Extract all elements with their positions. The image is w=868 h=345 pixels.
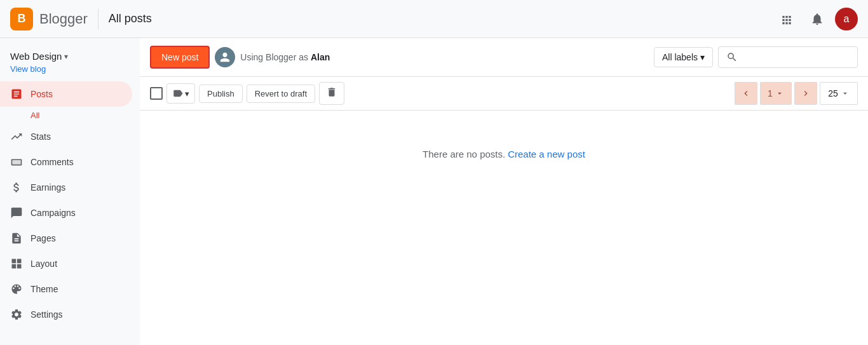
settings-icon [10,308,23,321]
trash-icon [326,86,337,98]
dropdown-arrow-icon: ▾ [64,52,68,61]
logo-area: B Blogger [10,8,88,30]
label-dropdown-icon: ▾ [185,89,189,98]
app-header: B Blogger All posts a [0,0,868,38]
no-posts-area: There are no posts. Create a new post [140,111,868,198]
create-new-post-link[interactable]: Create a new post [508,149,585,159]
campaigns-icon [10,206,23,219]
no-posts-text: There are no posts. [423,149,505,159]
sidebar-item-stats[interactable]: Stats [0,124,132,149]
all-labels-dropdown-icon: ▾ [700,52,705,62]
delete-button[interactable] [319,82,344,105]
user-avatar[interactable]: a [835,8,858,30]
search-icon [726,51,738,63]
posts-icon [10,88,23,100]
next-page-button[interactable] [794,82,817,105]
blogger-logo-icon: B [10,8,33,30]
all-labels-label: All labels [662,52,698,62]
username-text: Alan [311,52,330,62]
sidebar-item-settings-label: Settings [31,309,63,320]
pagination: 1 25 [735,82,858,105]
select-all-checkbox[interactable] [150,87,163,100]
sidebar-item-theme-label: Theme [31,284,58,294]
sidebar-item-pages-label: Pages [31,233,56,243]
per-page-button[interactable]: 25 [820,82,858,105]
new-post-button[interactable]: New post [150,46,210,69]
per-page-label: 25 [828,88,838,98]
all-labels-button[interactable]: All labels ▾ [654,47,713,67]
sidebar-item-comments-label: Comments [31,157,74,167]
prev-page-button[interactable] [735,82,757,105]
page-number-label: 1 [768,88,773,98]
publish-button[interactable]: Publish [199,85,243,103]
label-icon [172,88,184,99]
page-number-button[interactable]: 1 [760,82,792,105]
action-bar: ▾ Publish Revert to draft 1 [140,77,868,111]
app-name: Blogger [39,11,88,27]
view-blog-link[interactable]: View blog [0,63,140,81]
sidebar: Web Design ▾ View blog Posts All Stats [0,38,140,345]
sidebar-item-layout[interactable]: Layout [0,251,132,276]
sidebar-item-campaigns[interactable]: Campaigns [0,200,132,226]
main-content: New post Using Blogger as Alan All label… [140,38,868,345]
sidebar-item-earnings-label: Earnings [31,182,65,193]
sidebar-item-earnings[interactable]: Earnings [0,175,132,200]
revert-to-draft-button[interactable]: Revert to draft [247,85,315,103]
earnings-icon [10,181,23,194]
header-actions: a [774,6,858,32]
sidebar-sub-all-label: All [31,111,39,120]
label-button[interactable]: ▾ [166,83,195,104]
user-info: Using Blogger as Alan [215,47,330,67]
sidebar-item-pages[interactable]: Pages [0,226,132,251]
sidebar-item-posts-label: Posts [31,89,53,99]
grid-menu-button[interactable] [774,6,799,32]
page-title: All posts [109,12,152,25]
svg-rect-0 [12,160,20,165]
sidebar-item-comments[interactable]: Comments [0,149,132,175]
page-num-dropdown-icon [775,89,784,98]
stats-icon [10,130,23,143]
sidebar-item-layout-label: Layout [31,259,57,269]
sidebar-item-theme[interactable]: Theme [0,276,132,302]
main-layout: Web Design ▾ View blog Posts All Stats [0,38,868,345]
notifications-button[interactable] [804,6,830,32]
blog-name-label: Web Design [10,51,62,62]
header-divider [98,9,98,29]
sidebar-sub-item-all[interactable]: All [0,107,132,124]
pages-icon [10,232,23,245]
per-page-dropdown-icon [841,89,850,98]
comments-icon [10,156,23,168]
sidebar-item-posts[interactable]: Posts [0,81,132,107]
top-toolbar: New post Using Blogger as Alan All label… [140,38,868,77]
sidebar-item-campaigns-label: Campaigns [31,208,76,218]
sidebar-item-stats-label: Stats [31,132,51,142]
using-as-text: Using Blogger as [240,52,308,62]
layout-icon [10,257,23,270]
blog-name-dropdown[interactable]: Web Design ▾ [0,48,140,63]
user-avatar-small [215,47,235,67]
user-text: Using Blogger as Alan [240,52,330,62]
sidebar-item-settings[interactable]: Settings [0,302,132,327]
search-box[interactable] [718,46,858,68]
theme-icon [10,283,23,295]
